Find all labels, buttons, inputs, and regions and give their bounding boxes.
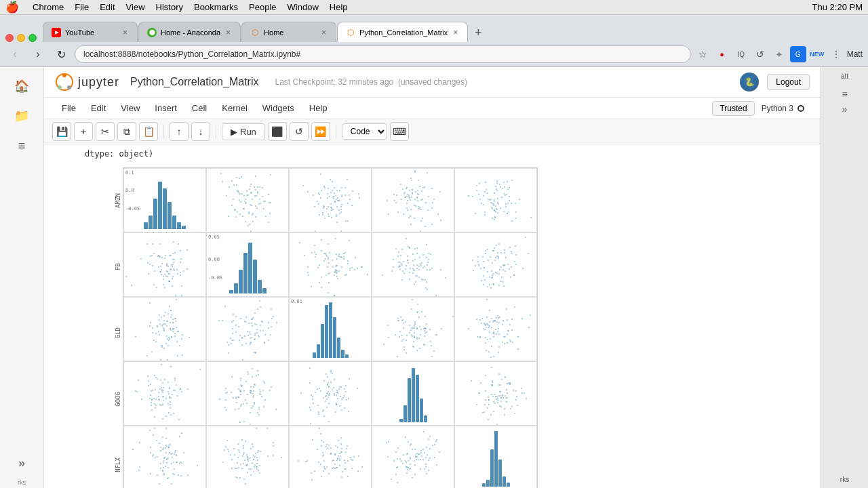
chrome-menu-button[interactable]: ⋮ (828, 46, 844, 62)
forward-button[interactable]: › (28, 45, 47, 64)
tab-notebook[interactable]: ⬡ Python_Correlation_Matrix × (337, 22, 468, 42)
far-right-list-icon[interactable]: ≡ (842, 89, 847, 100)
reload-button[interactable]: ↻ (52, 45, 71, 64)
restart-run-button[interactable]: ⏩ (311, 122, 330, 141)
new-tab-button[interactable]: + (469, 23, 488, 42)
cell-type-select[interactable]: Code (342, 123, 387, 140)
jupyter-logo-icon (55, 73, 74, 92)
tab-home-close[interactable]: × (320, 28, 328, 37)
keyboard-button[interactable]: ⌨ (390, 122, 409, 141)
menu-help[interactable]: Help (302, 100, 334, 116)
add-cell-button[interactable]: + (74, 122, 93, 141)
move-up-button[interactable]: ↑ (170, 122, 189, 141)
scatter-fb-nflx (455, 233, 536, 296)
scatter-amzn-fb (207, 169, 288, 232)
python-logo: 🐍 (740, 73, 759, 92)
menu-view[interactable]: View (114, 100, 146, 116)
notebook-area[interactable]: dtype: object) AMZN FB GLD (44, 144, 821, 488)
scatter-goog-nflx (455, 362, 536, 425)
ext3-button[interactable]: ↺ (752, 46, 768, 62)
jupyter-wordmark: jupyter (78, 75, 119, 89)
plot-grid: 0.1 0.0 -0.05 (123, 167, 538, 488)
ext4-button[interactable]: ⌖ (771, 46, 787, 62)
scatter-goog-gld (290, 362, 371, 425)
cell-0-3 (372, 168, 454, 232)
tab-anaconda-close[interactable]: × (224, 28, 232, 37)
tab-youtube-close[interactable]: × (121, 28, 129, 37)
cell-3-3 (372, 361, 454, 426)
scatter-amzn-goog (372, 169, 454, 232)
grid-wrapper: 0.1 0.0 -0.05 (123, 167, 538, 488)
window-maximize[interactable] (28, 34, 37, 42)
menu-help[interactable]: Help (330, 2, 348, 12)
scatter-fb-gld (290, 233, 371, 296)
run-button[interactable]: ▶ Run (222, 123, 265, 140)
menu-cell[interactable]: Cell (185, 100, 214, 116)
far-right-expand-icon[interactable]: » (842, 104, 848, 115)
menu-bookmarks[interactable]: Bookmarks (194, 2, 238, 12)
tab-home[interactable]: ⬡ Home × (241, 22, 336, 42)
tab-anaconda[interactable]: ⬤ Home - Anaconda × (138, 22, 241, 42)
menu-chrome[interactable]: Chrome (33, 2, 64, 12)
ext1-button[interactable]: ● (714, 46, 730, 62)
logout-button[interactable]: Logout (767, 74, 810, 90)
menu-view[interactable]: View (126, 2, 145, 12)
trusted-button[interactable]: Trusted (712, 101, 754, 116)
svg-point-1 (62, 73, 66, 77)
menu-edit[interactable]: Edit (100, 2, 115, 12)
paste-button[interactable]: 📋 (139, 122, 158, 141)
save-button[interactable]: 💾 (52, 122, 71, 141)
stop-button[interactable]: ⬛ (268, 122, 287, 141)
menu-edit[interactable]: Edit (84, 100, 113, 116)
tab-home-label: Home (264, 28, 316, 37)
cell-1-3 (372, 232, 454, 297)
notebook-favicon: ⬡ (346, 28, 355, 37)
restart-button[interactable]: ↺ (290, 122, 309, 141)
youtube-favicon: ▶ (52, 28, 61, 37)
address-bar: ‹ › ↻ ☆ ● IQ ↺ ⌖ G NEW ⋮ Matt (0, 42, 868, 66)
sidebar-home-icon[interactable]: 🏠 (8, 73, 35, 100)
sidebar-list-icon[interactable]: ≡ (8, 132, 35, 159)
new-button[interactable]: NEW (809, 46, 825, 62)
scatter-gld-goog (372, 298, 454, 361)
y-row-2: FB (115, 235, 121, 299)
menu-kernel[interactable]: Kernel (215, 100, 254, 116)
menu-file[interactable]: File (75, 2, 89, 12)
sidebar-expand-icon[interactable]: » (8, 449, 35, 476)
jupyter-toolbar: 💾 + ✂ ⧉ 📋 ↑ ↓ ▶ Run ⬛ ↺ ⏩ Code ⌨ (44, 119, 821, 144)
scatter-amzn-gld (290, 169, 371, 232)
cell-2-0 (123, 297, 206, 361)
bookmark-button[interactable]: ☆ (695, 46, 711, 62)
cell-3-1 (206, 361, 289, 426)
tab-youtube[interactable]: ▶ YouTube × (43, 22, 138, 42)
far-right-user: att (841, 73, 848, 80)
window-close[interactable] (5, 34, 14, 42)
y-axis-labels: AMZN FB GLD GOOG NFLX (96, 167, 123, 488)
back-button[interactable]: ‹ (5, 45, 24, 64)
move-down-button[interactable]: ↓ (191, 122, 210, 141)
cell-4-0 (123, 426, 206, 488)
scatter-gld-fb (207, 298, 288, 361)
header-right: 🐍 Logout (740, 73, 810, 92)
menu-widgets[interactable]: Widgets (256, 100, 301, 116)
y-label-fb: FB (115, 263, 121, 270)
cell-4-2 (289, 426, 372, 488)
apple-menu[interactable]: 🍎 (5, 1, 19, 14)
menu-file[interactable]: File (55, 100, 83, 116)
cut-button[interactable]: ✂ (96, 122, 115, 141)
menu-history[interactable]: History (156, 2, 183, 12)
menu-people[interactable]: People (249, 2, 276, 12)
copy-button[interactable]: ⧉ (117, 122, 136, 141)
window-minimize[interactable] (17, 34, 25, 42)
y-label-nflx: NFLX (115, 458, 121, 472)
mac-menubar: 🍎 Chrome File Edit View History Bookmark… (0, 0, 868, 15)
menu-insert[interactable]: Insert (148, 100, 184, 116)
address-input[interactable] (75, 45, 691, 63)
ext2-button[interactable]: IQ (733, 46, 749, 62)
tab-notebook-close[interactable]: × (452, 28, 459, 37)
menu-window[interactable]: Window (288, 2, 319, 12)
sidebar-folder-icon[interactable]: 📁 (8, 102, 35, 129)
cell-1-4 (454, 232, 537, 297)
notebook-title[interactable]: Python_Correlation_Matrix (130, 76, 258, 88)
ext5-button[interactable]: G (790, 46, 806, 62)
